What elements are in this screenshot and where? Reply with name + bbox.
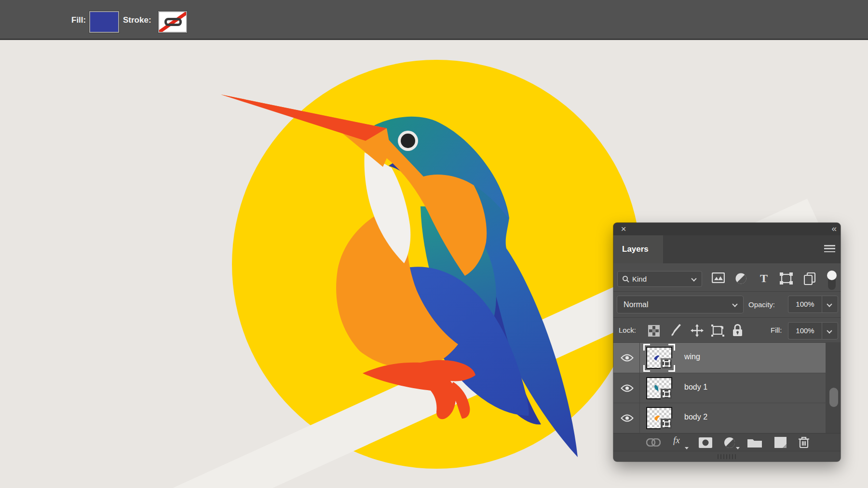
shape-layers-filter-icon[interactable] [780, 272, 793, 285]
selection-bracket [643, 365, 650, 372]
lock-position-icon[interactable] [691, 324, 704, 337]
eye-icon [621, 414, 634, 422]
panel-resize-footer[interactable] [613, 451, 841, 461]
type-layers-filter-icon[interactable]: T [758, 272, 770, 284]
opacity-value[interactable]: 100% [788, 296, 822, 313]
eye-icon [621, 353, 634, 362]
selection-bracket [643, 344, 650, 351]
opacity-dropdown-button[interactable] [822, 296, 838, 313]
layer-styles-icon[interactable]: fx [673, 435, 680, 446]
layer-list: wing body 1 [613, 342, 841, 433]
smart-objects-filter-icon[interactable] [804, 272, 816, 285]
adjustment-layers-filter-icon[interactable] [735, 272, 747, 285]
fill-label: Fill: [771, 326, 782, 334]
scrollbar-track[interactable] [826, 343, 841, 434]
collapse-panel-icon[interactable]: « [831, 223, 836, 234]
filter-toggle[interactable] [827, 271, 837, 291]
kind-filter-value: Kind [632, 275, 647, 283]
fill-dropdown-button[interactable] [822, 322, 838, 339]
eye-icon [621, 384, 634, 393]
selection-bracket [668, 344, 675, 351]
panel-bottom-bar: fx [613, 433, 841, 451]
layer-row-body2[interactable]: body 2 [613, 403, 826, 434]
kind-filter-dropdown[interactable]: Kind [617, 271, 702, 287]
triangle-down-icon [685, 447, 689, 449]
delete-layer-icon[interactable] [799, 436, 809, 448]
visibility-toggle[interactable] [613, 343, 640, 373]
new-group-icon[interactable] [747, 437, 762, 447]
layer-name[interactable]: body 1 [684, 383, 707, 392]
scrollbar-thumb[interactable] [829, 388, 838, 407]
pixel-layers-filter-icon[interactable] [712, 272, 725, 283]
panel-tabbar: Layers [613, 235, 841, 263]
layer-row-wing[interactable]: wing [613, 343, 826, 373]
fill-value[interactable]: 100% [788, 322, 822, 339]
resize-grip-icon [718, 454, 737, 459]
stroke-swatch[interactable] [158, 11, 187, 33]
blend-mode-value: Normal [624, 300, 649, 309]
layer-name[interactable]: body 2 [684, 413, 707, 421]
panel-header: × « [613, 223, 841, 235]
visibility-toggle[interactable] [613, 373, 640, 403]
stroke-label: Stroke: [123, 15, 151, 25]
svg-text:T: T [760, 272, 768, 284]
panel-menu-icon[interactable] [824, 245, 835, 254]
visibility-toggle[interactable] [613, 403, 640, 434]
chevron-down-icon [732, 301, 737, 307]
blend-row: Normal Opacity: 100% [613, 291, 841, 317]
close-icon[interactable]: × [618, 223, 629, 235]
lock-row: Lock: Fill: 100% [613, 317, 841, 342]
fill-swatch[interactable] [89, 11, 119, 33]
link-layers-icon[interactable] [646, 438, 661, 447]
lock-all-icon[interactable] [732, 324, 743, 337]
new-layer-icon[interactable] [774, 437, 787, 448]
lock-label: Lock: [619, 326, 636, 334]
adjustment-layer-icon[interactable] [724, 437, 735, 448]
layer-name[interactable]: wing [684, 352, 700, 361]
options-bar: Fill: Stroke: [0, 0, 868, 40]
triangle-down-icon [736, 447, 740, 449]
bird-eye [401, 134, 415, 148]
lock-paint-icon[interactable] [669, 324, 682, 337]
search-icon [622, 275, 630, 283]
layer-thumbnail[interactable] [646, 377, 672, 399]
layers-panel: × « Layers Kind T [613, 223, 841, 461]
add-mask-icon[interactable] [699, 437, 712, 448]
chevron-down-icon [691, 276, 696, 281]
opacity-label: Opacity: [748, 300, 775, 309]
smart-object-badge-icon [661, 389, 673, 400]
layer-thumbnail[interactable] [646, 347, 672, 369]
lock-artboard-icon[interactable] [711, 325, 724, 337]
chevron-down-icon [827, 301, 832, 307]
lock-transparency-icon[interactable] [648, 325, 660, 337]
tab-layers[interactable]: Layers [613, 235, 663, 263]
filter-row: Kind T [613, 263, 841, 291]
filter-toggle-knob [827, 271, 837, 280]
smart-object-badge-icon [661, 358, 673, 370]
smart-object-badge-icon [661, 419, 673, 430]
layer-row-body1[interactable]: body 1 [613, 373, 826, 403]
fill-label: Fill: [71, 15, 86, 25]
chevron-down-icon [827, 328, 832, 333]
stroke-preview-icon [164, 18, 182, 26]
layer-thumbnail[interactable] [646, 407, 672, 429]
blend-mode-dropdown[interactable]: Normal [617, 296, 744, 313]
